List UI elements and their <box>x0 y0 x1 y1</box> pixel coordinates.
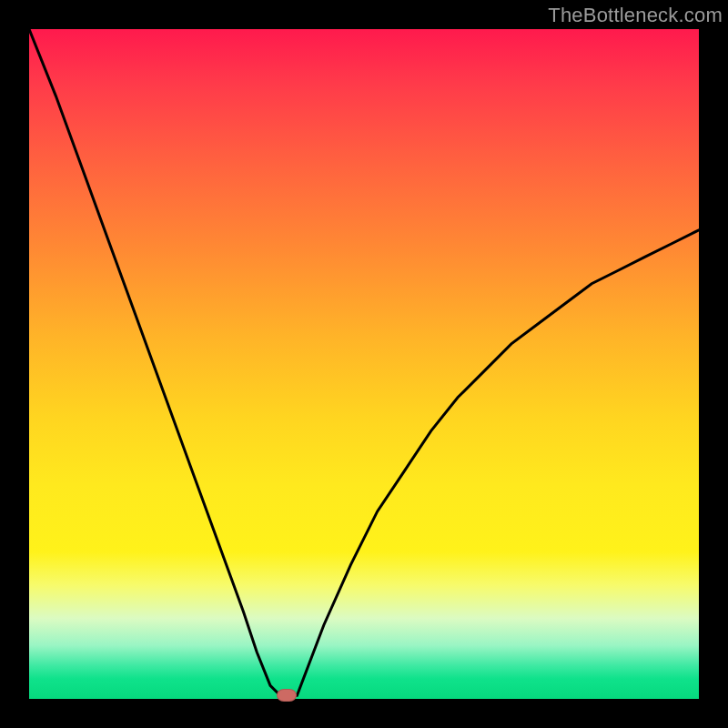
chart-frame: TheBottleneck.com <box>0 0 728 728</box>
plot-area <box>29 29 699 699</box>
watermark-text: TheBottleneck.com <box>548 4 723 27</box>
min-marker <box>277 689 297 702</box>
